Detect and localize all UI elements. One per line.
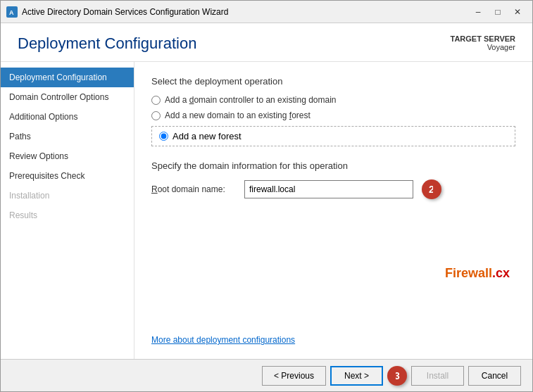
- root-domain-row: Root domain name: 2: [151, 179, 515, 199]
- domain-section-title: Specify the domain information for this …: [151, 160, 515, 171]
- sidebar-item-paths[interactable]: Paths: [1, 127, 134, 146]
- annotation-badge-3: 3: [387, 366, 407, 386]
- more-about-link[interactable]: More about deployment configurations: [151, 335, 295, 345]
- firewall-logo: Firewall.cx: [445, 266, 510, 281]
- minimize-button[interactable]: –: [469, 5, 487, 19]
- firewall-cx-text: .cx: [492, 266, 510, 280]
- main-inner: Select the deployment operation Add a do…: [151, 76, 515, 345]
- install-button: Install: [411, 366, 464, 386]
- sidebar-item-additional-options[interactable]: Additional Options: [1, 107, 134, 127]
- cancel-button[interactable]: Cancel: [468, 366, 521, 386]
- root-domain-input[interactable]: [244, 180, 413, 198]
- titlebar-left: A Active Directory Domain Services Confi…: [6, 6, 228, 18]
- radio-item-new-forest-box: Add a new forest: [151, 126, 515, 146]
- next-button[interactable]: Next >: [330, 366, 383, 386]
- target-server-info: TARGET SERVER Voyager: [451, 34, 516, 51]
- titlebar-controls: – □ ✕: [469, 5, 527, 19]
- header: Deployment Configuration TARGET SERVER V…: [1, 23, 532, 62]
- radio-existing-domain[interactable]: [151, 96, 161, 105]
- target-server-label: TARGET SERVER: [451, 34, 516, 43]
- annotation-badge-2: 2: [422, 179, 441, 199]
- previous-button[interactable]: < Previous: [262, 366, 326, 386]
- sidebar-item-deployment-configuration[interactable]: Deployment Configuration: [1, 68, 134, 87]
- sidebar-paths-row: 1 Paths: [1, 127, 134, 146]
- maximize-button[interactable]: □: [489, 5, 507, 19]
- svg-text:A: A: [9, 9, 14, 16]
- titlebar: A Active Directory Domain Services Confi…: [1, 1, 532, 23]
- radio-item-existing-forest: Add a new domain to an existing forest: [151, 110, 515, 120]
- radio-new-forest[interactable]: [159, 132, 168, 141]
- root-domain-label: Root domain name:: [151, 184, 236, 194]
- sidebar: Deployment Configuration Domain Controll…: [1, 62, 134, 359]
- sidebar-item-domain-controller-options[interactable]: Domain Controller Options: [1, 87, 134, 107]
- sidebar-item-results: Results: [1, 206, 134, 225]
- sidebar-item-installation: Installation: [1, 186, 134, 206]
- sidebar-item-prerequisites-check[interactable]: Prerequisites Check: [1, 166, 134, 186]
- radio-existing-forest[interactable]: [151, 111, 161, 120]
- close-button[interactable]: ✕: [508, 5, 527, 19]
- more-link-area: More about deployment configurations: [151, 334, 515, 345]
- content-area: Deployment Configuration Domain Controll…: [1, 62, 532, 359]
- radio-item-existing-domain: Add a domain controller to an existing d…: [151, 95, 515, 105]
- wizard-window: A Active Directory Domain Services Confi…: [0, 0, 533, 392]
- window-title: Active Directory Domain Services Configu…: [22, 7, 228, 17]
- footer: < Previous Next > 3 Install Cancel: [1, 359, 532, 391]
- firewall-brand-text: Firewall: [445, 266, 492, 280]
- radio-label-existing-domain[interactable]: Add a domain controller to an existing d…: [165, 95, 337, 105]
- radio-label-new-forest[interactable]: Add a new forest: [173, 131, 242, 141]
- sidebar-item-review-options[interactable]: Review Options: [1, 146, 134, 166]
- deployment-section-title: Select the deployment operation: [151, 76, 515, 87]
- page-title: Deployment Configuration: [18, 34, 196, 53]
- radio-label-existing-forest[interactable]: Add a new domain to an existing forest: [165, 110, 311, 120]
- footer-badge-row: 3: [387, 366, 407, 386]
- main-content: Select the deployment operation Add a do…: [134, 62, 532, 359]
- app-icon: A: [6, 6, 18, 18]
- deployment-radio-group: Add a domain controller to an existing d…: [151, 95, 515, 146]
- target-server-name: Voyager: [451, 43, 516, 51]
